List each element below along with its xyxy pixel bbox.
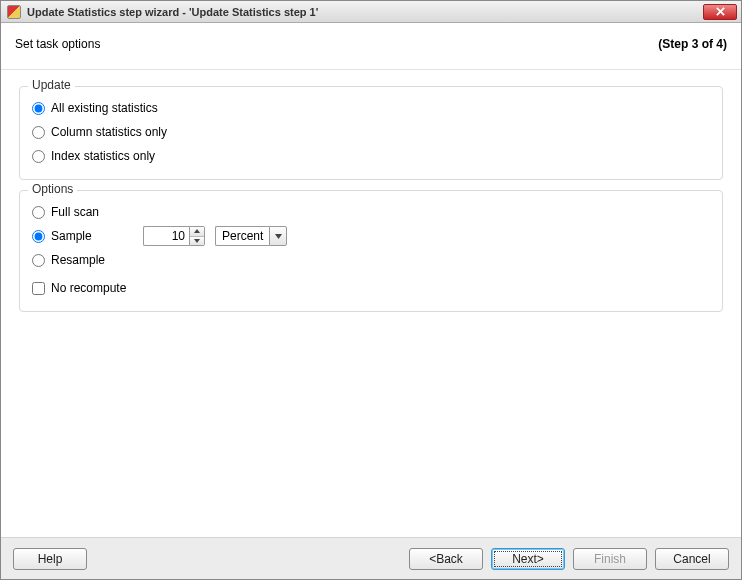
chevron-up-icon: [194, 229, 200, 233]
sample-spinner: [189, 226, 205, 246]
sample-unit-dropdown[interactable]: Percent: [215, 226, 287, 246]
app-icon: [7, 5, 21, 19]
sample-spin-up[interactable]: [190, 227, 204, 236]
titlebar: Update Statistics step wizard - 'Update …: [1, 1, 741, 23]
svg-marker-2: [194, 229, 200, 233]
finish-button: Finish: [573, 548, 647, 570]
footer: Help <Back Next> Finish Cancel: [1, 537, 741, 579]
radio-resample-label[interactable]: Resample: [51, 253, 105, 267]
radio-all-existing-label[interactable]: All existing statistics: [51, 101, 158, 115]
help-button[interactable]: Help: [13, 548, 87, 570]
radio-all-existing[interactable]: [32, 102, 45, 115]
next-button[interactable]: Next>: [491, 548, 565, 570]
radio-index-only[interactable]: [32, 150, 45, 163]
update-group: Update All existing statistics Column st…: [19, 86, 723, 180]
close-icon: [716, 7, 725, 16]
close-button[interactable]: [703, 4, 737, 20]
checkbox-no-recompute[interactable]: [32, 282, 45, 295]
chevron-down-icon: [194, 239, 200, 243]
sample-unit-value: Percent: [215, 226, 269, 246]
radio-full-scan[interactable]: [32, 206, 45, 219]
update-legend: Update: [28, 78, 75, 92]
radio-sample[interactable]: [32, 230, 45, 243]
subheader: Set task options (Step 3 of 4): [1, 23, 741, 70]
cancel-button[interactable]: Cancel: [655, 548, 729, 570]
radio-full-scan-label[interactable]: Full scan: [51, 205, 99, 219]
sample-unit-button[interactable]: [269, 226, 287, 246]
radio-column-only[interactable]: [32, 126, 45, 139]
svg-marker-3: [194, 239, 200, 243]
sample-value-field: [143, 226, 205, 246]
svg-marker-4: [275, 234, 282, 239]
step-indicator: (Step 3 of 4): [658, 37, 727, 51]
content-area: Update All existing statistics Column st…: [1, 70, 741, 330]
chevron-down-icon: [275, 234, 282, 239]
task-label: Set task options: [15, 37, 100, 51]
back-button[interactable]: <Back: [409, 548, 483, 570]
radio-resample[interactable]: [32, 254, 45, 267]
checkbox-no-recompute-label[interactable]: No recompute: [51, 281, 126, 295]
options-legend: Options: [28, 182, 77, 196]
window-title: Update Statistics step wizard - 'Update …: [27, 6, 318, 18]
radio-sample-label[interactable]: Sample: [51, 229, 92, 243]
radio-index-only-label[interactable]: Index statistics only: [51, 149, 155, 163]
sample-value-input[interactable]: [143, 226, 189, 246]
options-group: Options Full scan Sample: [19, 190, 723, 312]
sample-spin-down[interactable]: [190, 236, 204, 246]
radio-column-only-label[interactable]: Column statistics only: [51, 125, 167, 139]
